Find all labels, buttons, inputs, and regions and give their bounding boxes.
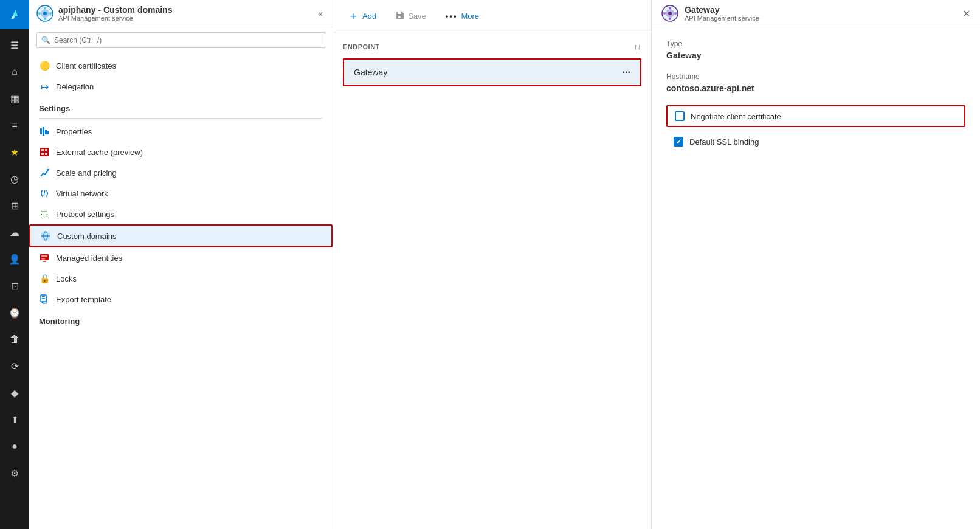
- activity-bar: ☰ ⌂ ▦ ≡ ★ ◷ ⊞ ☁ 👤 ⊡ ⌚ 🗑 ⟳ ◆ ⬆ ● ⚙: [0, 0, 29, 529]
- dashboard-icon[interactable]: ▦: [2, 86, 27, 111]
- sidebar-item-scale-pricing[interactable]: Scale and pricing: [29, 162, 333, 183]
- sidebar-item-custom-domains[interactable]: Custom domains: [29, 224, 333, 247]
- right-panel-content: Type Gateway Hostname contoso.azure-api.…: [652, 27, 980, 529]
- type-value: Gateway: [666, 50, 965, 60]
- favorites-icon[interactable]: ★: [2, 140, 27, 164]
- client-certs-icon: 🟡: [39, 60, 50, 71]
- more-label: More: [461, 12, 479, 21]
- save-label: Save: [408, 12, 426, 21]
- scale-pricing-label: Scale and pricing: [56, 168, 117, 178]
- monitor-icon[interactable]: ⌚: [2, 300, 27, 325]
- svg-rect-9: [45, 130, 47, 134]
- svg-point-2: [43, 12, 47, 15]
- sidebar-item-locks[interactable]: 🔒 Locks: [29, 268, 333, 289]
- default-ssl-checkbox[interactable]: ✓: [674, 137, 683, 147]
- home-icon[interactable]: ⌂: [2, 60, 27, 84]
- sidebar-item-client-certs[interactable]: 🟡 Client certificates: [29, 55, 333, 76]
- sidebar-title-area: apiphany - Custom domains API Management…: [36, 5, 309, 22]
- locks-icon: 🔒: [39, 273, 50, 284]
- svg-marker-24: [42, 261, 47, 262]
- virtual-network-label: Virtual network: [56, 189, 108, 198]
- svg-rect-15: [45, 153, 47, 155]
- sort-icon[interactable]: ↑↓: [633, 42, 641, 51]
- right-panel-title: Gateway: [685, 5, 759, 15]
- endpoint-name: Gateway: [354, 67, 387, 77]
- managed-identities-icon: [39, 252, 50, 263]
- sidebar-item-properties[interactable]: Properties: [29, 121, 333, 142]
- type-label: Type: [666, 40, 965, 48]
- settings-section-header: Settings: [29, 97, 333, 116]
- circle-icon[interactable]: ●: [2, 434, 27, 458]
- more-icon: •••: [446, 12, 458, 21]
- sidebar-subtitle: API Management service: [58, 15, 172, 22]
- negotiate-cert-checkbox[interactable]: [675, 111, 685, 121]
- search-input[interactable]: [36, 32, 325, 48]
- middle-panel: ＋ Add Save ••• More: [333, 0, 652, 529]
- svg-rect-23: [41, 258, 45, 260]
- sidebar-item-delegation[interactable]: ↦ Delegation: [29, 76, 333, 97]
- apim-icon: [36, 5, 53, 22]
- middle-toolbar: ＋ Add Save ••• More: [333, 0, 651, 32]
- sidebar-item-virtual-network[interactable]: ⟨/⟩ Virtual network: [29, 183, 333, 204]
- properties-icon: [39, 126, 50, 137]
- svg-rect-8: [43, 127, 44, 136]
- section-divider: [39, 118, 323, 119]
- sidebar-nav: 🟡 Client certificates ↦ Delegation Setti…: [29, 53, 333, 529]
- right-header-text: Gateway API Management service: [685, 5, 759, 22]
- recent-icon[interactable]: ◷: [2, 167, 27, 191]
- upload-icon[interactable]: ⬆: [2, 407, 27, 432]
- sidebar-title: apiphany - Custom domains: [58, 5, 172, 15]
- save-icon: [396, 11, 404, 21]
- add-button[interactable]: ＋ Add: [343, 6, 381, 26]
- svg-point-6: [49, 12, 52, 15]
- svg-rect-12: [41, 149, 44, 151]
- network-icon[interactable]: ⟳: [2, 354, 27, 378]
- svg-point-34: [663, 12, 666, 15]
- sidebar-item-export-template[interactable]: Export template: [29, 289, 333, 309]
- settings2-icon[interactable]: ⚙: [2, 461, 27, 485]
- search-icon: 🔍: [41, 36, 50, 44]
- hostname-label: Hostname: [666, 72, 965, 81]
- collapse-button[interactable]: «: [316, 6, 325, 21]
- export-template-label: Export template: [56, 295, 111, 304]
- apps-icon[interactable]: ⊡: [2, 274, 27, 298]
- sidebar-title-text: apiphany - Custom domains API Management…: [58, 5, 172, 22]
- negotiate-cert-row[interactable]: Negotiate client certificate: [666, 105, 965, 127]
- cloud-icon[interactable]: ☁: [2, 220, 27, 244]
- svg-rect-13: [45, 149, 47, 151]
- sidebar-item-protocol-settings[interactable]: 🛡 Protocol settings: [29, 204, 333, 224]
- save-button[interactable]: Save: [391, 9, 431, 24]
- type-group: Type Gateway: [666, 40, 965, 60]
- right-panel-subtitle: API Management service: [685, 15, 759, 22]
- protocol-settings-icon: 🛡: [39, 209, 50, 220]
- export-template-icon: [39, 294, 50, 305]
- right-panel-close-icon[interactable]: ✕: [962, 8, 970, 19]
- search-box: 🔍: [36, 32, 325, 48]
- managed-identities-label: Managed identities: [56, 254, 122, 263]
- delegation-label: Delegation: [56, 82, 94, 91]
- default-ssl-row[interactable]: ✓ Default SSL binding: [666, 132, 965, 151]
- users-icon[interactable]: 👤: [2, 247, 27, 271]
- sidebar-item-external-cache[interactable]: External cache (preview): [29, 142, 333, 162]
- custom-domains-label: Custom domains: [57, 232, 117, 241]
- menu-icon[interactable]: ☰: [2, 33, 27, 57]
- external-cache-label: External cache (preview): [56, 148, 143, 157]
- diamond-icon[interactable]: ◆: [2, 381, 27, 405]
- svg-rect-22: [41, 255, 47, 257]
- delegation-icon: ↦: [39, 81, 50, 92]
- svg-rect-26: [42, 296, 45, 297]
- add-label: Add: [362, 12, 376, 21]
- more-button[interactable]: ••• More: [441, 9, 484, 23]
- monitoring-section-header: Monitoring: [29, 309, 333, 328]
- sidebar-item-managed-identities[interactable]: Managed identities: [29, 247, 333, 268]
- scale-pricing-icon: [39, 167, 50, 178]
- trash-icon[interactable]: 🗑: [2, 327, 27, 351]
- endpoint-more-button[interactable]: ···: [623, 67, 630, 78]
- endpoint-column-label: ENDPOINT: [343, 43, 380, 50]
- endpoint-row-gateway[interactable]: Gateway ···: [343, 58, 641, 86]
- svg-point-4: [44, 18, 46, 20]
- middle-content: ENDPOINT ↑↓ Gateway ···: [333, 32, 651, 529]
- resources-icon[interactable]: ⊞: [2, 193, 27, 218]
- hostname-value: contoso.azure-api.net: [666, 83, 965, 93]
- services-icon[interactable]: ≡: [2, 113, 27, 137]
